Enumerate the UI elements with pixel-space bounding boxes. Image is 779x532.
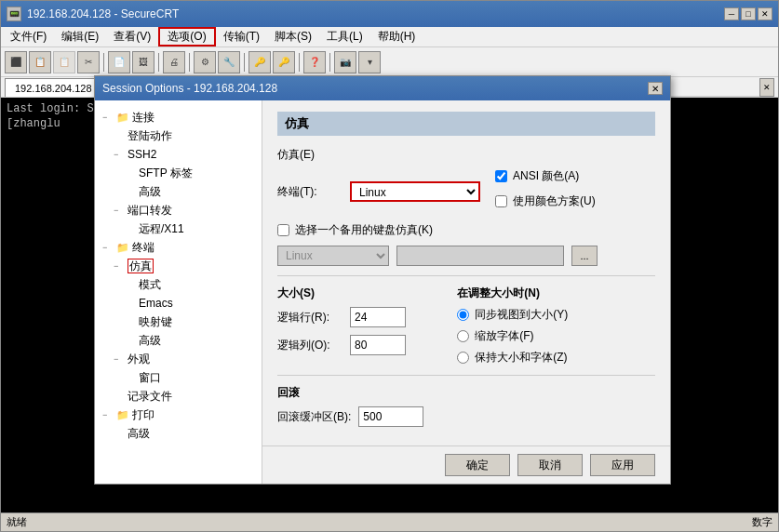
tree-item-mode[interactable]: 模式 bbox=[99, 275, 258, 294]
menu-edit[interactable]: 编辑(E) bbox=[54, 27, 106, 47]
tb-btn-5[interactable]: 📄 bbox=[108, 51, 130, 73]
tb-btn-9[interactable]: 🔧 bbox=[218, 51, 240, 73]
tree-label-advanced1: 高级 bbox=[139, 183, 161, 200]
tree-label-login: 登陆动作 bbox=[128, 127, 172, 144]
scroll-input[interactable] bbox=[358, 406, 423, 427]
emulation-label: 仿真(E) bbox=[277, 147, 655, 163]
toolbar-sep-4 bbox=[244, 53, 245, 72]
radio-keep-input[interactable] bbox=[457, 352, 469, 364]
menu-bar: 文件(F) 编辑(E) 查看(V) 选项(O) 传输(T) 脚本(S) 工具(L… bbox=[1, 27, 778, 47]
tab-close-all-icon[interactable]: ✕ bbox=[759, 78, 774, 97]
dialog-footer: 确定 取消 应用 bbox=[262, 446, 670, 484]
resize-radio-group: 同步视图到大小(Y) 缩放字体(F) 保持大小和字体(Z) bbox=[457, 307, 655, 366]
tree-label-mode: 模式 bbox=[139, 276, 161, 293]
tree-expand-ssh2: − bbox=[114, 146, 125, 163]
tree-item-print[interactable]: − 📁 打印 bbox=[99, 406, 258, 424]
minimize-button[interactable]: ─ bbox=[724, 7, 739, 20]
tree-expand-connection: − bbox=[102, 109, 114, 126]
tb-btn-10[interactable]: 🔑 bbox=[248, 51, 271, 73]
tree-item-remote[interactable]: 远程/X11 bbox=[99, 219, 258, 238]
tb-btn-3[interactable]: 📋 bbox=[53, 51, 75, 73]
section-header-emulation: 仿真 bbox=[277, 112, 655, 136]
ansi-color-label: ANSI 颜色(A) bbox=[513, 168, 579, 184]
color-scheme-label: 使用颜色方案(U) bbox=[513, 193, 596, 209]
two-col-size: 大小(S) 逻辑行(R): 逻辑列(O): 在调整大小时(N) bbox=[277, 286, 655, 366]
tree-item-login[interactable]: 登陆动作 bbox=[99, 126, 258, 145]
tree-item-portfwd[interactable]: − 端口转发 bbox=[99, 201, 258, 219]
dots-button[interactable]: ... bbox=[571, 246, 598, 266]
tb-btn-4[interactable]: ✂ bbox=[77, 51, 100, 73]
tree-item-advanced2[interactable]: 高级 bbox=[99, 331, 258, 350]
tree-item-advanced1[interactable]: 高级 bbox=[99, 182, 258, 201]
tree-item-advanced3[interactable]: 高级 bbox=[99, 424, 258, 443]
cancel-button[interactable]: 取消 bbox=[517, 454, 583, 476]
tree-item-emulation[interactable]: − 仿真 bbox=[99, 257, 258, 275]
tb-btn-14[interactable]: ▾ bbox=[358, 51, 381, 73]
ansi-color-checkbox[interactable] bbox=[495, 170, 507, 182]
radio-font: 缩放字体(F) bbox=[457, 328, 655, 344]
tree-item-window[interactable]: 窗口 bbox=[99, 368, 258, 387]
tree-expand-emulation: − bbox=[114, 258, 125, 274]
cols-group: 逻辑列(O): bbox=[277, 335, 442, 355]
tb-btn-8[interactable]: ⚙ bbox=[194, 51, 216, 73]
maximize-button[interactable]: □ bbox=[741, 7, 756, 20]
close-button[interactable]: ✕ bbox=[758, 7, 772, 20]
size-col: 大小(S) 逻辑行(R): 逻辑列(O): bbox=[277, 286, 442, 366]
tb-btn-11[interactable]: 🔑 bbox=[273, 51, 295, 73]
tree-item-ssh2[interactable]: − SSH2 bbox=[99, 145, 258, 164]
tree-label-keymap: 映射键 bbox=[139, 313, 172, 330]
menu-view[interactable]: 查看(V) bbox=[106, 27, 158, 47]
tb-btn-2[interactable]: 📋 bbox=[29, 51, 51, 73]
right-panel-wrapper: 仿真 仿真(E) 终端(T): Linux VT100 VT102 ANSI X… bbox=[262, 100, 670, 484]
radio-keep-label: 保持大小和字体(Z) bbox=[475, 350, 567, 366]
tb-btn-7[interactable]: 🖨 bbox=[163, 51, 185, 73]
keyboard-input[interactable] bbox=[396, 246, 564, 266]
tree-item-keymap[interactable]: 映射键 bbox=[99, 313, 258, 331]
dialog-close-button[interactable]: ✕ bbox=[648, 82, 663, 95]
tree-label-portfwd: 端口转发 bbox=[128, 202, 172, 219]
tree-item-logfile[interactable]: 记录文件 bbox=[99, 387, 258, 406]
keyboard-emulation-group: 选择一个备用的键盘仿真(K) bbox=[277, 222, 655, 238]
cols-input[interactable] bbox=[350, 335, 406, 355]
ok-button[interactable]: 确定 bbox=[445, 454, 510, 476]
menu-tools[interactable]: 工具(L) bbox=[319, 27, 370, 47]
keyboard-checkbox[interactable] bbox=[277, 224, 289, 236]
tb-btn-6[interactable]: 🖼 bbox=[132, 51, 154, 73]
radio-keep: 保持大小和字体(Z) bbox=[457, 350, 655, 366]
tree-item-terminal[interactable]: − 📁 终端 bbox=[99, 238, 258, 257]
menu-file[interactable]: 文件(F) bbox=[3, 27, 54, 47]
tree-item-sftp[interactable]: SFTP 标签 bbox=[99, 164, 258, 182]
menu-options[interactable]: 选项(O) bbox=[158, 27, 215, 47]
rows-input[interactable] bbox=[350, 307, 406, 327]
menu-transfer[interactable]: 传输(T) bbox=[216, 27, 267, 47]
menu-script[interactable]: 脚本(S) bbox=[267, 27, 319, 47]
tree-item-appearance[interactable]: − 外观 bbox=[99, 350, 258, 368]
scroll-section-label: 回滚 bbox=[277, 385, 655, 401]
terminal-select[interactable]: Linux VT100 VT102 ANSI Xterm bbox=[350, 181, 480, 202]
tb-btn-12[interactable]: ❓ bbox=[303, 51, 326, 73]
tree-item-emacs[interactable]: Emacs bbox=[99, 294, 258, 313]
tb-btn-13[interactable]: 📷 bbox=[334, 51, 356, 73]
menu-help[interactable]: 帮助(H) bbox=[370, 27, 423, 47]
color-scheme-checkbox[interactable] bbox=[495, 195, 507, 207]
apply-button[interactable]: 应用 bbox=[590, 454, 655, 476]
tree-expand-print: − bbox=[102, 406, 114, 423]
session-options-dialog: Session Options - 192.168.204.128 ✕ − 📁 … bbox=[94, 75, 671, 485]
status-num: 数字 bbox=[752, 515, 772, 529]
tb-btn-1[interactable]: ⬛ bbox=[5, 51, 27, 73]
radio-sync-input[interactable] bbox=[457, 309, 469, 321]
tree-item-connection[interactable]: − 📁 连接 bbox=[99, 108, 258, 126]
radio-font-input[interactable] bbox=[457, 330, 469, 342]
tree-label-window: 窗口 bbox=[139, 369, 161, 386]
dialog-title-bar: Session Options - 192.168.204.128 ✕ bbox=[95, 76, 670, 100]
tree-label-terminal: 终端 bbox=[132, 239, 154, 256]
scroll-label: 回滚缓冲区(B): bbox=[277, 409, 351, 425]
tree-expand-terminal: − bbox=[102, 239, 114, 256]
terminal-label: 终端(T): bbox=[277, 184, 342, 200]
tab-label: 192.168.204.128 bbox=[15, 83, 92, 94]
toolbar-sep-6 bbox=[329, 53, 330, 72]
color-scheme-group: 使用颜色方案(U) bbox=[495, 193, 596, 209]
keyboard-select[interactable]: Linux bbox=[277, 246, 389, 266]
tree-label-connection: 连接 bbox=[132, 109, 154, 126]
radio-sync-label: 同步视图到大小(Y) bbox=[475, 307, 568, 323]
